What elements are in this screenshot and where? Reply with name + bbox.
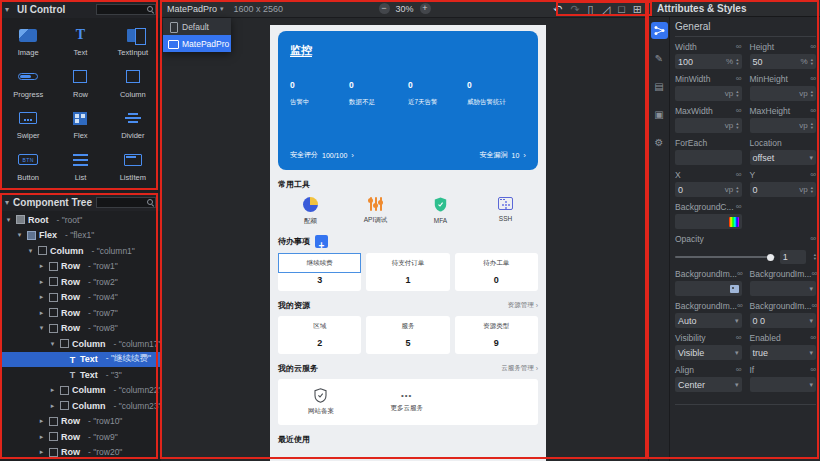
stepper-icon[interactable]: ▴▾ (736, 122, 738, 130)
control-column[interactable]: Column (107, 63, 159, 105)
chevron-right-icon[interactable]: ▸ (48, 386, 57, 394)
stepper-icon[interactable]: ▴▾ (736, 58, 738, 66)
tool-mfa[interactable]: MFA (408, 197, 473, 226)
tree-node-row4[interactable]: ▸Row- "row4" (0, 290, 161, 306)
stepper-icon[interactable]: ▴▾ (811, 122, 813, 130)
border-frame-icon[interactable]: □ (618, 1, 625, 17)
resource-card-types[interactable]: 资源类型9 (455, 316, 538, 354)
visibility-select[interactable]: Visible▾ (675, 345, 742, 360)
tree-node-column1[interactable]: ▾Column- "column1" (0, 243, 161, 259)
maxheight-input[interactable]: vp▴▾ (750, 118, 817, 133)
link-icon[interactable]: ∞ (736, 365, 742, 374)
collapse-chevron-icon[interactable]: ▾ (5, 198, 9, 207)
link-icon[interactable]: ∞ (810, 234, 816, 243)
control-swiper[interactable]: Swiper (2, 104, 54, 146)
stepper-icon[interactable]: ▴▾ (811, 90, 813, 98)
link-icon[interactable]: ∞ (736, 42, 742, 51)
zoom-in-button[interactable]: + (420, 3, 431, 14)
enabled-select[interactable]: true▾ (750, 345, 817, 360)
link-icon[interactable]: ∞ (810, 106, 816, 115)
link-icon[interactable]: ∞ (811, 301, 817, 310)
scale-icon[interactable]: ◿ (602, 1, 610, 17)
link-icon[interactable]: ∞ (736, 202, 742, 211)
x-input[interactable]: 0vp▴▾ (675, 182, 742, 197)
tree-node-row7[interactable]: ▸Row- "row7" (0, 305, 161, 321)
component-tree-search[interactable] (96, 197, 156, 208)
opacity-input[interactable]: 1 (780, 250, 806, 264)
link-icon[interactable]: ∞ (810, 74, 816, 83)
control-button[interactable]: Button (2, 146, 54, 188)
undo-icon[interactable]: ↶ (553, 1, 562, 17)
chevron-right-icon[interactable]: ▸ (37, 309, 46, 317)
background-image-size-select[interactable]: Auto▾ (675, 313, 742, 328)
cloud-service-management-link[interactable]: 云服务管理› (501, 364, 538, 373)
maxwidth-input[interactable]: vp▴▾ (675, 118, 742, 133)
todo-card-renewal[interactable]: 继续续费3 (278, 253, 361, 291)
chevron-right-icon[interactable]: ▸ (48, 402, 57, 410)
link-icon[interactable]: ∞ (736, 170, 742, 179)
chevron-right-icon[interactable]: ▸ (37, 293, 46, 301)
stepper-icon[interactable]: ▴▾ (736, 90, 738, 98)
control-listitem[interactable]: ListItem (107, 146, 159, 188)
todo-card-tickets[interactable]: 待办工单0 (455, 253, 538, 291)
tree-node-text-selected[interactable]: Text- "继续续费" (0, 352, 161, 368)
tree-node-row8[interactable]: ▾Row- "row8" (0, 321, 161, 337)
background-color-input[interactable] (675, 214, 742, 229)
chevron-right-icon[interactable]: ▸ (37, 433, 46, 441)
stepper-icon[interactable]: ▴▾ (811, 186, 813, 194)
rotate-device-icon[interactable]: ▯ (588, 1, 594, 17)
link-icon[interactable]: ∞ (810, 42, 816, 51)
resource-card-services[interactable]: 服务5 (366, 316, 449, 354)
opacity-slider[interactable] (675, 256, 775, 258)
chevron-down-icon[interactable]: ▾ (37, 324, 46, 332)
cloud-item-more[interactable]: ••• 更多云服务 (364, 392, 450, 413)
device-selector[interactable]: MatePadPro ▾ (167, 4, 224, 14)
security-score-link[interactable]: 安全评分100/100› (290, 150, 354, 160)
chevron-right-icon[interactable]: ▸ (37, 278, 46, 286)
monitor-card[interactable]: 监控 0告警中 0数据不足 0近7天告警 0威胁告警统计 安全评分100/100… (278, 31, 538, 170)
chevron-down-icon[interactable]: ▾ (15, 231, 24, 239)
resource-card-region[interactable]: 区域2 (278, 316, 361, 354)
link-icon[interactable]: ∞ (736, 333, 742, 342)
tree-node-row20[interactable]: ▸Row- "row20" (0, 445, 161, 461)
link-icon[interactable]: ∞ (737, 301, 743, 310)
control-list[interactable]: List (54, 146, 106, 188)
if-select[interactable]: ▾ (750, 377, 817, 392)
link-icon[interactable]: ∞ (810, 170, 816, 179)
slider-handle[interactable] (767, 254, 774, 261)
link-icon[interactable]: ∞ (736, 106, 742, 115)
tree-node-row2[interactable]: ▸Row- "row2" (0, 274, 161, 290)
tree-node-root[interactable]: ▾Root- "root" (0, 212, 161, 228)
background-image-input[interactable] (675, 281, 742, 296)
link-icon[interactable]: ∞ (737, 269, 743, 278)
link-icon[interactable]: ∞ (736, 74, 742, 83)
height-input[interactable]: 50%▴▾ (750, 54, 817, 69)
location-select[interactable]: offset▾ (750, 150, 817, 165)
link-icon[interactable]: ∞ (810, 365, 816, 374)
chevron-right-icon[interactable]: ▸ (37, 262, 46, 270)
chevron-right-icon[interactable]: ▸ (37, 417, 46, 425)
tree-node-column23[interactable]: ▸Column- "column23" (0, 398, 161, 414)
todo-card-orders[interactable]: 待支付订单1 (366, 253, 449, 291)
stepper-icon[interactable]: ▴▾ (736, 186, 738, 194)
tree-node-flex1[interactable]: ▾Flex- "flex1" (0, 228, 161, 244)
link-icon[interactable]: ∞ (810, 333, 816, 342)
zoom-out-button[interactable]: − (378, 3, 389, 14)
resource-management-link[interactable]: 资源管理› (508, 301, 538, 310)
tool-ssh[interactable]: SSH (473, 197, 538, 226)
control-textinput[interactable]: TextInput (107, 21, 159, 63)
tool-quota[interactable]: 配额 (278, 197, 343, 226)
chevron-down-icon[interactable]: ▾ (4, 216, 13, 224)
collapse-chevron-icon[interactable]: ▾ (5, 5, 13, 14)
control-progress[interactable]: Progress (2, 63, 54, 105)
stepper-icon[interactable]: ▴▾ (811, 58, 813, 66)
menu-item-default[interactable]: Default (163, 18, 231, 35)
y-input[interactable]: 0vp▴▾ (750, 182, 817, 197)
tool-api-debug[interactable]: API调试 (343, 197, 408, 226)
frame-icon[interactable]: ▣ (651, 106, 668, 123)
control-text[interactable]: Text (54, 21, 106, 63)
chevron-down-icon[interactable]: ▾ (48, 340, 57, 348)
width-input[interactable]: 100%▴▾ (675, 54, 742, 69)
tree-node-text3[interactable]: Text- "3" (0, 367, 161, 383)
stepper-icon[interactable]: ▴▾ (814, 253, 816, 261)
